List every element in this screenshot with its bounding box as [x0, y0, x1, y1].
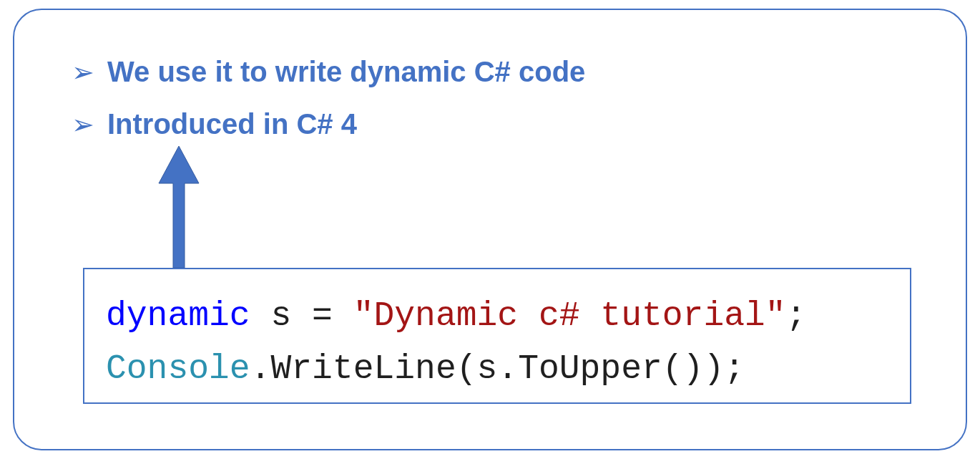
- keyword-dynamic: dynamic: [106, 296, 250, 335]
- dot: .: [497, 349, 518, 388]
- bullet-item: ➢ Introduced in C# 4: [72, 108, 908, 140]
- space: [250, 296, 271, 335]
- code-block: dynamic s = "Dynamic c# tutorial"; Conso…: [83, 268, 911, 404]
- bullet-list: ➢ We use it to write dynamic C# code ➢ I…: [72, 56, 908, 140]
- assign-op: =: [312, 296, 333, 335]
- content-card: ➢ We use it to write dynamic C# code ➢ I…: [13, 9, 967, 450]
- space: [333, 296, 353, 335]
- bullet-text: We use it to write dynamic C# code: [107, 56, 585, 88]
- paren-pair: (): [662, 349, 704, 388]
- type-console: Console: [106, 349, 250, 388]
- code-line: dynamic s = "Dynamic c# tutorial";: [106, 289, 888, 342]
- method-toupper: ToUpper: [518, 349, 662, 388]
- variable-s: s: [270, 296, 291, 335]
- chevron-right-icon: ➢: [72, 59, 94, 86]
- chevron-right-icon: ➢: [72, 111, 94, 138]
- bullet-text: Introduced in C# 4: [107, 108, 357, 140]
- string-literal: "Dynamic c# tutorial": [353, 296, 786, 335]
- paren-open: (: [456, 349, 477, 388]
- arrow-up-icon: [157, 146, 200, 268]
- paren-close: ): [703, 349, 724, 388]
- method-writeline: WriteLine: [270, 349, 456, 388]
- variable-s: s: [477, 349, 498, 388]
- dot: .: [250, 349, 271, 388]
- svg-marker-0: [159, 146, 199, 268]
- bullet-item: ➢ We use it to write dynamic C# code: [72, 56, 908, 88]
- code-line: Console.WriteLine(s.ToUpper());: [106, 342, 888, 395]
- semicolon: ;: [724, 349, 745, 388]
- semicolon: ;: [786, 296, 807, 335]
- space: [291, 296, 312, 335]
